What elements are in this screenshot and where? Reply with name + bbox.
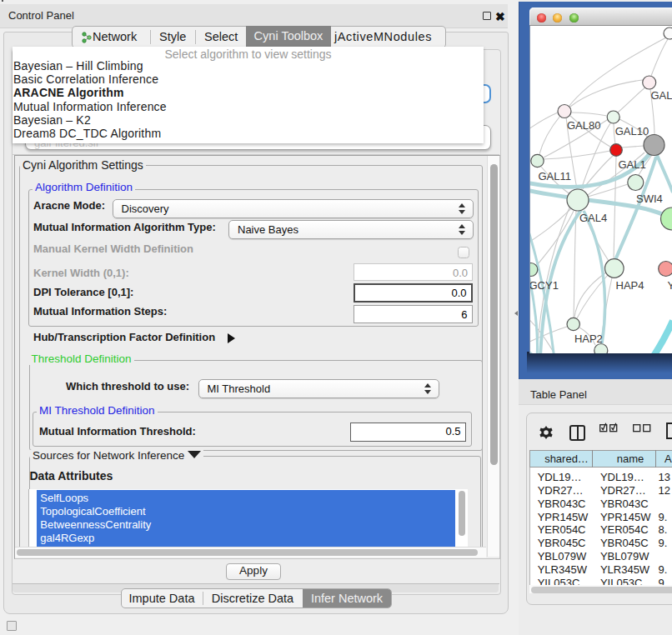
svg-text:Y: Y — [668, 279, 672, 292]
svg-text:GAL1: GAL1 — [619, 158, 646, 171]
svg-text:GAL80: GAL80 — [567, 119, 600, 132]
svg-text:HAP2: HAP2 — [574, 332, 603, 345]
svg-text:SWI4: SWI4 — [636, 192, 663, 205]
svg-text:GAL10: GAL10 — [615, 125, 649, 138]
svg-text:GAL7: GAL7 — [651, 89, 672, 102]
svg-text:GAL4: GAL4 — [579, 212, 607, 224]
svg-text:GAL11: GAL11 — [538, 170, 571, 182]
svg-text:HAP4: HAP4 — [616, 279, 644, 292]
svg-text:GCY1: GCY1 — [530, 279, 559, 292]
